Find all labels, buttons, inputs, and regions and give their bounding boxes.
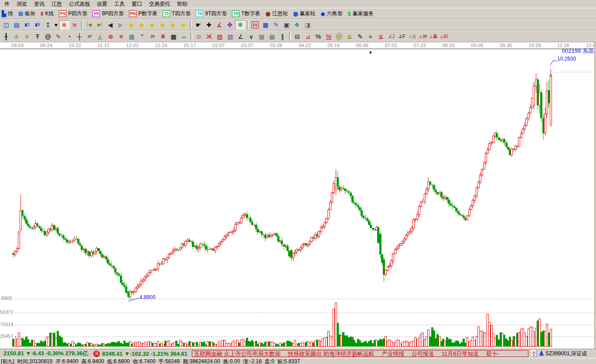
hand-tool-icon[interactable]: ☛: [193, 20, 204, 30]
pct-retrace-icon[interactable]: ⊿: [303, 32, 313, 41]
percent-icon[interactable]: %: [313, 32, 324, 41]
angle-measure-icon[interactable]: ∡: [214, 20, 225, 30]
expand-all-diamond-icon[interactable]: ◆: [178, 20, 189, 30]
gann-tool-icon[interactable]: ✤: [225, 20, 235, 30]
menu-帮助[interactable]: 帮助: [174, 0, 191, 8]
module-kline[interactable]: ‖K线: [41, 10, 54, 17]
volume-profile-icon[interactable]: ≋: [69, 20, 80, 30]
price-scale-icon[interactable]: ⊟: [292, 32, 303, 41]
smart-analysis-icon[interactable]: ❃: [235, 20, 245, 30]
ray-fan-icon[interactable]: Ж: [204, 32, 215, 41]
menu-工具[interactable]: 工具: [111, 0, 128, 8]
draw-pen-icon[interactable]: ✎: [355, 32, 365, 41]
goto-last-icon[interactable]: ▶|: [95, 20, 105, 30]
gold-circle-icon[interactable]: 金: [334, 32, 344, 41]
calendar-icon[interactable]: 21: [250, 20, 260, 30]
candle-style-icon[interactable]: ‡: [43, 20, 53, 30]
menu-交易委托[interactable]: 交易委托: [146, 0, 174, 8]
bars-3-icon[interactable]: ▮3: [22, 20, 32, 30]
gold-grid2-icon[interactable]: 金: [22, 32, 32, 41]
menu-件[interactable]: 件: [1, 0, 13, 8]
expand-x-diamond-icon[interactable]: ◆: [147, 20, 157, 30]
gold-red-icon[interactable]: 金: [376, 32, 386, 41]
shen-tool-icon[interactable]: 神: [147, 32, 158, 41]
candle-style-dropdown[interactable]: ▾: [53, 20, 59, 30]
menu-资讯[interactable]: 资讯: [31, 0, 48, 8]
news-ticker[interactable]: 互联网金融 众上市公司布局大数据 扶持政策频出 助海洋经济扬帆远航 产业情报 公…: [192, 350, 528, 357]
menu-浏览[interactable]: 浏览: [13, 0, 31, 8]
module-t-square[interactable]: TST四方形: [163, 10, 191, 17]
info-panel-icon[interactable]: ▤: [11, 20, 22, 30]
module-quote[interactable]: ▙情: [2, 10, 13, 17]
step-back-icon[interactable]: ◀: [105, 20, 116, 30]
angle-si-icon[interactable]: ∠四: [439, 32, 449, 41]
pan-right-diamond-icon[interactable]: ◆: [136, 20, 147, 30]
module-sectors[interactable]: ⊞板块: [18, 10, 35, 17]
tick-ruler-icon[interactable]: ┼: [74, 32, 85, 41]
star-web-icon[interactable]: ✳: [116, 32, 126, 41]
circle-target-icon[interactable]: ⊕: [106, 32, 116, 41]
ray-box-icon[interactable]: ▨: [215, 32, 225, 41]
ticker-spinner[interactable]: ▲ ▼: [531, 350, 537, 357]
menu-设置[interactable]: 设置: [93, 0, 111, 8]
save-icon[interactable]: ▣: [281, 20, 292, 30]
pan-left-diamond-icon[interactable]: ◆: [126, 20, 136, 30]
time-cycle-icon[interactable]: ◔: [64, 32, 74, 41]
dense-grid2-icon[interactable]: ▩: [267, 32, 277, 41]
shade-box-icon[interactable]: ▧: [225, 32, 235, 41]
module-winner-service[interactable]: $赢家服务: [348, 10, 374, 17]
compress-all-diamond-icon[interactable]: ◆: [168, 20, 178, 30]
gold-line-icon[interactable]: 金: [344, 32, 355, 41]
module-t-table[interactable]: TNT数字表: [232, 10, 260, 17]
f-grid-icon[interactable]: Ŧ: [32, 32, 43, 41]
span-measure-icon[interactable]: ⇔: [179, 32, 189, 41]
module-p-square[interactable]: PSP四方形: [59, 10, 87, 17]
wave-line-icon[interactable]: ≈: [365, 32, 376, 41]
grid-123-icon[interactable]: ▦: [168, 32, 179, 41]
kline-chart-canvas[interactable]: [0, 42, 596, 349]
module-9p-square-icon: P9: [92, 10, 100, 17]
wave-v-icon[interactable]: ∨: [246, 32, 256, 41]
marker-pen-icon[interactable]: ✎: [53, 32, 64, 41]
module-9t-square[interactable]: T99T四方形: [196, 10, 227, 17]
spiral-icon[interactable]: @: [43, 32, 53, 41]
module-p-table[interactable]: PNP数字表: [129, 10, 157, 17]
spinner-down-icon[interactable]: ▼: [531, 354, 537, 357]
network-icon[interactable]: ❖: [292, 20, 302, 30]
angle-j-icon[interactable]: ∠J: [386, 32, 397, 41]
spinner-up-icon[interactable]: ▲: [531, 350, 537, 354]
goto-first-icon[interactable]: |◀: [84, 20, 95, 30]
calculator-icon[interactable]: ▦: [260, 20, 271, 30]
bars-9-icon[interactable]: ▮9: [32, 20, 43, 30]
module-hexagon[interactable]: ◈六角形: [321, 10, 343, 17]
web-grid-icon[interactable]: ▩: [126, 32, 137, 41]
menu-公式选股[interactable]: 公式选股: [65, 0, 93, 8]
angle-shen-icon[interactable]: ∠神: [418, 32, 428, 41]
dense-grid-icon[interactable]: ▦: [256, 32, 267, 41]
menu-江恩[interactable]: 江恩: [48, 0, 65, 8]
gold-grid-icon[interactable]: 金: [11, 32, 22, 41]
pct-line-icon[interactable]: %: [324, 32, 334, 41]
ruler-icon[interactable]: ╂: [1, 32, 11, 41]
crosshair-tool-icon[interactable]: ✚: [204, 20, 214, 30]
k-count-icon[interactable]: ″: [137, 32, 147, 41]
mirror-icon[interactable]: ◭: [95, 32, 106, 41]
menu-窗口[interactable]: 窗口: [128, 0, 146, 8]
angle-ying-icon[interactable]: ∠赢: [428, 32, 439, 41]
remote-icon[interactable]: ◨: [302, 20, 313, 30]
module-gann-wheel[interactable]: ◉江恩轮: [266, 10, 288, 17]
compress-x-diamond-icon[interactable]: ◆: [157, 20, 168, 30]
trend-angle-icon[interactable]: ∠: [235, 32, 246, 41]
gann-pattern-icon[interactable]: ※: [59, 20, 69, 30]
n-squared-icon[interactable]: n²: [85, 32, 95, 41]
module-winner-wheel[interactable]: ◍赢家轮: [293, 10, 315, 17]
notes-icon[interactable]: ✎: [271, 20, 281, 30]
step-forward-icon[interactable]: ▶: [116, 20, 126, 30]
module-9p-square[interactable]: P99P四方形: [92, 10, 124, 17]
ying-tool-icon[interactable]: 赢: [158, 32, 168, 41]
angle-f-icon[interactable]: ∠F: [397, 32, 407, 41]
box-measure-icon[interactable]: ⧉: [194, 32, 204, 41]
kline-pattern-icon[interactable]: ◫: [1, 20, 11, 30]
angle-gold-icon[interactable]: ∠金: [407, 32, 418, 41]
parallel-lines-icon[interactable]: ∥: [277, 32, 288, 41]
